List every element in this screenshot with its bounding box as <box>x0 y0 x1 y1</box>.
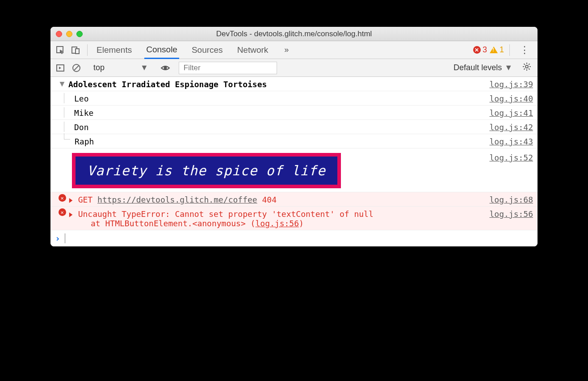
console-js-error-row: ✕ ▶ Uncaught TypeError: Cannot set prope… <box>50 207 538 230</box>
clear-console-icon[interactable] <box>70 62 83 74</box>
more-tabs-button[interactable]: » <box>281 45 292 55</box>
http-status: 404 <box>262 195 277 204</box>
source-link[interactable]: log.js:42 <box>489 122 533 132</box>
tree-line <box>64 107 64 118</box>
log-message: Leo <box>71 93 489 103</box>
group-title: Adolescent Irradiated Espionage Tortoise… <box>68 79 489 89</box>
stack-frame-link[interactable]: log.js:56 <box>255 219 299 228</box>
log-levels-selector[interactable]: Default levels ▼ <box>454 63 512 72</box>
svg-rect-2 <box>76 49 79 54</box>
expand-icon[interactable]: ▶ <box>69 195 73 204</box>
source-link[interactable]: log.js:56 <box>489 208 533 219</box>
error-message: ▶ GET https://devtools.glitch.me/coffee … <box>68 194 489 204</box>
toggle-sidebar-icon[interactable] <box>54 62 67 74</box>
toolbar-divider <box>87 44 88 56</box>
tree-line-end <box>64 133 70 140</box>
chevron-down-icon: ▼ <box>504 63 512 72</box>
error-count: 3 <box>483 45 487 55</box>
tab-console[interactable]: Console <box>144 41 179 59</box>
error-icon: ✕ <box>59 194 66 202</box>
expand-icon[interactable]: ▶ <box>69 209 73 219</box>
svg-line-5 <box>74 66 79 70</box>
window-title: DevTools - devtools.glitch.me/console/lo… <box>50 30 538 38</box>
error-text: Uncaught TypeError: Cannot set property … <box>78 209 374 219</box>
svg-point-7 <box>525 65 528 68</box>
source-link[interactable]: log.js:41 <box>489 107 533 118</box>
warning-count: 1 <box>500 45 504 55</box>
settings-menu-button[interactable]: ⋮ <box>515 44 534 56</box>
error-icon: ✕ <box>59 208 66 216</box>
stack-frame-prefix: at HTMLButtonElement.<anonymous> ( <box>91 219 255 228</box>
panel-tabs: Elements Console Sources Network » <box>95 41 292 59</box>
error-count-badge[interactable]: ✕ 3 <box>473 45 487 55</box>
tree-line <box>64 93 64 103</box>
source-link[interactable]: log.js:68 <box>489 194 533 204</box>
warning-count-badge[interactable]: 1 <box>490 45 504 55</box>
source-link[interactable]: log.js:39 <box>489 79 533 89</box>
error-message: ▶ Uncaught TypeError: Cannot set propert… <box>68 208 489 228</box>
console-output: ▼ Adolescent Irradiated Espionage Tortoi… <box>50 77 538 246</box>
styled-log-message: Variety is the spice of life <box>72 153 341 188</box>
console-input[interactable] <box>65 233 533 243</box>
levels-label: Default levels <box>454 63 502 72</box>
context-value: top <box>93 63 105 72</box>
expand-icon[interactable]: ▼ <box>60 79 65 88</box>
source-link[interactable]: log.js:52 <box>489 152 533 162</box>
error-icon: ✕ <box>473 46 481 54</box>
console-prompt[interactable]: › <box>50 230 538 246</box>
http-method: GET <box>78 195 93 204</box>
chevron-down-icon: ▼ <box>140 63 148 72</box>
stack-frame-suffix: ) <box>299 219 304 228</box>
main-toolbar: Elements Console Sources Network » ✕ 3 1… <box>50 41 538 59</box>
titlebar: DevTools - devtools.glitch.me/console/lo… <box>50 27 538 41</box>
filter-input[interactable] <box>179 62 277 74</box>
console-group-header[interactable]: ▼ Adolescent Irradiated Espionage Tortoi… <box>50 77 538 91</box>
request-url[interactable]: https://devtools.glitch.me/coffee <box>97 195 257 204</box>
toolbar-divider <box>509 44 510 56</box>
console-toolbar: top ▼ Default levels ▼ <box>50 59 538 77</box>
console-settings-icon[interactable] <box>520 62 534 74</box>
issue-badges[interactable]: ✕ 3 1 <box>473 45 504 55</box>
tree-line <box>64 122 64 132</box>
log-message: Raph <box>75 136 489 146</box>
console-log-row: Mike log.js:41 <box>50 106 538 120</box>
warning-icon <box>490 47 498 53</box>
console-network-error-row: ✕ ▶ GET https://devtools.glitch.me/coffe… <box>50 192 538 207</box>
inspect-icon[interactable] <box>54 44 67 56</box>
source-link[interactable]: log.js:40 <box>489 93 533 103</box>
console-styled-row: Variety is the spice of life log.js:52 <box>50 148 538 192</box>
device-toggle-icon[interactable] <box>69 44 82 56</box>
prompt-icon: › <box>55 233 60 244</box>
console-log-row: Don log.js:42 <box>50 120 538 134</box>
tab-network[interactable]: Network <box>235 42 270 58</box>
tab-elements[interactable]: Elements <box>95 42 134 58</box>
log-message: Don <box>71 122 489 132</box>
source-link[interactable]: log.js:43 <box>489 136 533 146</box>
console-log-row: Raph log.js:43 <box>50 134 538 148</box>
live-expression-icon[interactable] <box>159 62 172 74</box>
context-selector[interactable]: top ▼ <box>90 62 152 73</box>
console-log-row: Leo log.js:40 <box>50 91 538 106</box>
devtools-window: DevTools - devtools.glitch.me/console/lo… <box>50 27 538 246</box>
log-message: Mike <box>71 107 489 118</box>
tab-sources[interactable]: Sources <box>190 42 225 58</box>
svg-point-6 <box>164 66 167 69</box>
